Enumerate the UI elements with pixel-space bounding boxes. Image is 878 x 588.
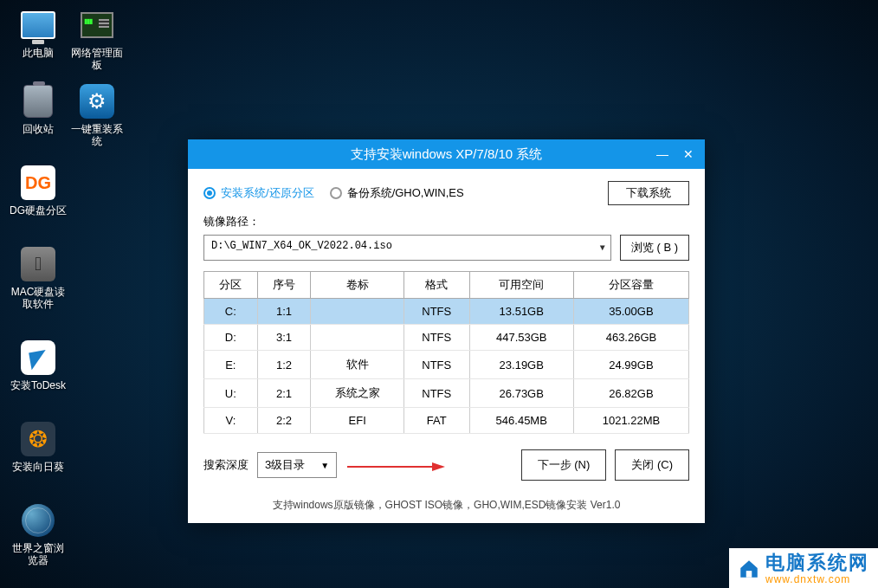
partition-cell: 2:2 (257, 408, 311, 434)
partition-row[interactable]: U:2:1系统之家NTFS26.73GB26.82GB (204, 379, 689, 408)
desktop-icon-label: 网络管理面板 (68, 47, 126, 72)
partition-cell: 系统之家 (311, 379, 404, 408)
partition-col-header: 分区 (204, 272, 258, 299)
annotation-arrow (345, 460, 445, 470)
partition-row[interactable]: V:2:2EFIFAT546.45MB1021.22MB (204, 408, 689, 434)
watermark: 电脑系统网 www.dnxtw.com (729, 548, 878, 588)
radio-icon (203, 187, 216, 199)
desktop-icon-label: 此电脑 (23, 47, 54, 59)
partition-cell: FAT (403, 408, 469, 434)
partition-table: 分区序号卷标格式可用空间分区容量 C:1:1NTFS13.51GB35.00GB… (203, 271, 689, 434)
partition-row[interactable]: E:1:2软件NTFS23.19GB24.99GB (204, 351, 689, 379)
onekey-reinstall-icon (80, 84, 114, 119)
partition-cell: 1021.22MB (573, 408, 688, 434)
partition-col-header: 卷标 (311, 272, 404, 299)
desktop-icon-label: MAC硬盘读取软件 (9, 286, 68, 311)
partition-cell: 23.19GB (469, 351, 573, 379)
desktop-icon-this-pc[interactable]: 此电脑 (9, 7, 68, 59)
partition-cell (311, 299, 404, 325)
partition-cell: 447.53GB (469, 325, 573, 351)
desktop-icon-label: 世界之窗浏览器 (9, 542, 68, 567)
partition-cell: C: (204, 299, 258, 325)
watermark-cn: 电脑系统网 (765, 553, 869, 572)
radio-icon (330, 187, 342, 199)
partition-col-header: 分区容量 (573, 272, 688, 299)
desktop-icon-network-panel[interactable]: 网络管理面板 (68, 7, 126, 72)
radio-backup-label: 备份系统/GHO,WIN,ES (347, 185, 464, 201)
desktop-icon-onekey-reinstall[interactable]: 一键重装系统 (68, 83, 126, 148)
partition-col-header: 序号 (257, 272, 311, 299)
partition-cell: EFI (311, 408, 404, 434)
partition-cell: 546.45MB (469, 408, 573, 434)
dialog-footer: 支持windows原版镜像，GHOST ISO镜像，GHO,WIM,ESD镜像安… (188, 489, 705, 523)
partition-cell: 2:1 (257, 379, 311, 408)
partition-cell: NTFS (403, 299, 469, 325)
minimize-button[interactable]: — (653, 146, 672, 162)
radio-install-restore[interactable]: 安装系统/还原分区 (203, 185, 314, 201)
desktop-icon-mac-disk-reader[interactable]: MAC硬盘读取软件 (9, 246, 68, 311)
partition-cell: V: (204, 408, 258, 434)
partition-row[interactable]: D:3:1NTFS447.53GB463.26GB (204, 325, 689, 351)
install-todesk-icon (21, 340, 55, 375)
partition-cell: NTFS (403, 325, 469, 351)
desktop-icon-label: 安装ToDesk (10, 379, 66, 391)
partition-cell: D: (204, 325, 258, 351)
close-button[interactable]: 关闭 (C) (615, 449, 689, 481)
install-sunflower-icon (21, 422, 55, 456)
partition-cell: 1:2 (257, 351, 311, 379)
image-path-value: D:\G_WIN7_X64_OK_V2022.04.iso (211, 240, 392, 252)
browse-button[interactable]: 浏览 ( B ) (620, 235, 689, 261)
search-depth-value: 3级目录 (265, 457, 305, 473)
svg-marker-1 (432, 462, 445, 471)
partition-cell: U: (204, 379, 258, 408)
search-depth-label: 搜索深度 (203, 457, 249, 473)
partition-cell: 1:1 (257, 299, 311, 325)
partition-cell: 3:1 (257, 325, 311, 351)
recycle-bin-icon (23, 85, 53, 118)
svg-rect-2 (746, 571, 752, 578)
theworld-browser-icon (22, 504, 55, 537)
partition-cell: E: (204, 351, 258, 379)
radio-install-label: 安装系统/还原分区 (221, 185, 314, 201)
partition-cell: 13.51GB (469, 299, 573, 325)
partition-cell: NTFS (403, 351, 469, 379)
partition-cell: 26.82GB (573, 379, 688, 408)
close-x-button[interactable]: ✕ (679, 146, 698, 162)
radio-backup[interactable]: 备份系统/GHO,WIN,ES (330, 185, 464, 201)
this-pc-icon (21, 11, 55, 39)
partition-row[interactable]: C:1:1NTFS13.51GB35.00GB (204, 299, 689, 325)
next-button[interactable]: 下一步 (N) (521, 449, 607, 481)
partition-cell: 软件 (311, 351, 404, 379)
partition-col-header: 可用空间 (469, 272, 573, 299)
partition-cell: 35.00GB (573, 299, 688, 325)
desktop-icon-theworld-browser[interactable]: 世界之窗浏览器 (9, 502, 68, 567)
partition-cell (311, 325, 404, 351)
image-path-combo[interactable]: D:\G_WIN7_X64_OK_V2022.04.iso ▼ (203, 235, 611, 261)
search-depth-select[interactable]: 3级目录 ▼ (257, 452, 337, 478)
desktop-icon-recycle-bin[interactable]: 回收站 (9, 83, 68, 135)
dialog-title: 支持安装windows XP/7/8/10 系统 (351, 146, 543, 163)
chevron-down-icon: ▼ (600, 243, 605, 253)
partition-cell: 24.99GB (573, 351, 688, 379)
partition-col-header: 格式 (403, 272, 469, 299)
installer-dialog: 支持安装windows XP/7/8/10 系统 — ✕ 安装系统/还原分区 备… (188, 139, 705, 523)
minimize-icon: — (656, 147, 668, 161)
house-icon (738, 558, 760, 580)
watermark-en: www.dnxtw.com (765, 574, 869, 585)
desktop-icon-install-todesk[interactable]: 安装ToDesk (9, 339, 68, 391)
partition-cell: 463.26GB (573, 325, 688, 351)
download-system-button[interactable]: 下载系统 (608, 181, 689, 205)
close-icon: ✕ (683, 147, 694, 161)
desktop-icon-label: 回收站 (23, 123, 54, 135)
desktop-icon-label: 一键重装系统 (68, 123, 126, 148)
dg-partition-icon: DG (21, 165, 55, 200)
partition-cell: 26.73GB (469, 379, 573, 408)
mac-disk-reader-icon:  (21, 247, 55, 281)
desktop-icon-install-sunflower[interactable]: 安装向日葵 (9, 421, 68, 473)
desktop-icon-dg-partition[interactable]: DGDG硬盘分区 (9, 165, 68, 216)
desktop-icon-label: DG硬盘分区 (10, 204, 67, 216)
partition-cell: NTFS (403, 379, 469, 408)
chevron-down-icon: ▼ (320, 461, 329, 470)
image-path-label: 镜像路径： (203, 214, 689, 229)
titlebar[interactable]: 支持安装windows XP/7/8/10 系统 — ✕ (188, 139, 705, 169)
